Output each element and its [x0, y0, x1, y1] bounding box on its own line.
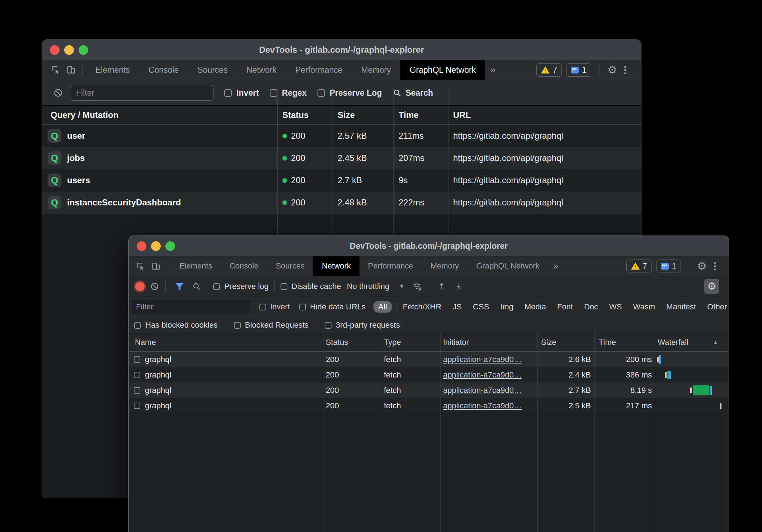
checkbox[interactable] — [299, 304, 306, 310]
search-button[interactable]: Search — [392, 88, 433, 98]
checkbox[interactable] — [281, 283, 287, 290]
title-bar[interactable]: DevTools - gitlab.com/-/graphql-explorer — [42, 40, 641, 60]
initiator-link[interactable]: application-a7ca9d0… — [443, 398, 522, 413]
row-checkbox[interactable] — [134, 356, 140, 363]
clear-icon[interactable] — [147, 279, 162, 294]
network-settings-gear-icon[interactable]: ⚙ — [704, 279, 719, 294]
blocked-requests-checkbox[interactable]: Blocked Requests — [234, 320, 309, 330]
checkbox[interactable] — [224, 89, 232, 97]
third-party-requests-checkbox[interactable]: 3rd-party requests — [325, 320, 400, 330]
kebab-menu-icon[interactable] — [621, 66, 629, 74]
more-tabs-icon[interactable]: » — [485, 65, 500, 76]
has-blocked-cookies-checkbox[interactable]: Has blocked cookies — [134, 320, 218, 330]
minimize-button[interactable] — [64, 45, 74, 55]
inspect-element-icon[interactable] — [133, 258, 148, 274]
zoom-button[interactable] — [165, 241, 175, 251]
tab-graphql-network[interactable]: GraphQL Network — [400, 60, 485, 80]
minimize-button[interactable] — [151, 241, 161, 251]
tab-network[interactable]: Network — [313, 256, 359, 276]
close-button[interactable] — [50, 45, 60, 55]
filter-funnel-icon[interactable] — [172, 279, 187, 294]
col-name[interactable]: Name — [135, 333, 156, 351]
col-query-mutation[interactable]: Query / Mutation — [51, 106, 118, 124]
zoom-button[interactable] — [79, 45, 88, 55]
search-icon[interactable] — [189, 279, 204, 294]
inspect-element-icon[interactable] — [48, 62, 64, 77]
checkbox[interactable] — [325, 322, 331, 329]
type-filter-other[interactable]: Other — [707, 302, 727, 312]
col-size[interactable]: Size — [541, 333, 556, 351]
checkbox[interactable] — [318, 89, 325, 97]
col-time[interactable]: Time — [599, 333, 616, 351]
type-filter-fetch-xhr[interactable]: Fetch/XHR — [403, 302, 442, 312]
warnings-badge[interactable]: ! 7 — [536, 63, 562, 77]
table-row[interactable]: graphql 200 fetch application-a7ca9d0… 2… — [129, 398, 729, 413]
tab-elements[interactable]: Elements — [86, 60, 139, 80]
network-conditions-icon[interactable] — [410, 279, 424, 294]
column-divider[interactable] — [277, 87, 278, 238]
checkbox[interactable] — [270, 89, 277, 97]
checkbox[interactable] — [234, 322, 241, 329]
type-filter-css[interactable]: CSS — [473, 302, 489, 312]
column-divider[interactable] — [333, 87, 333, 238]
row-checkbox[interactable] — [134, 372, 140, 378]
throttling-dropdown[interactable]: No throttling ▼ — [347, 282, 405, 291]
issues-badge[interactable]: 1 — [656, 260, 681, 272]
tab-network[interactable]: Network — [237, 60, 286, 80]
column-divider[interactable] — [324, 332, 324, 532]
column-divider[interactable] — [537, 332, 538, 532]
tab-performance[interactable]: Performance — [359, 256, 422, 276]
col-status[interactable]: Status — [282, 106, 309, 124]
clear-icon[interactable] — [51, 85, 66, 100]
type-filter-media[interactable]: Media — [525, 302, 546, 312]
tab-memory[interactable]: Memory — [352, 60, 400, 80]
filter-input[interactable] — [70, 85, 213, 101]
tab-sources[interactable]: Sources — [188, 60, 237, 80]
warnings-badge[interactable]: ! 7 — [626, 260, 652, 272]
invert-checkbox[interactable]: Invert — [224, 88, 259, 98]
title-bar[interactable]: DevTools - gitlab.com/-/graphql-explorer — [129, 236, 729, 256]
table-row[interactable]: Q user 200 2.57 kB 211ms https://gitlab.… — [42, 125, 641, 147]
type-filter-ws[interactable]: WS — [609, 302, 622, 312]
checkbox[interactable] — [134, 322, 141, 329]
type-filter-font[interactable]: Font — [557, 302, 573, 312]
tab-sources[interactable]: Sources — [267, 256, 313, 276]
col-status[interactable]: Status — [326, 333, 348, 351]
device-toolbar-icon[interactable] — [64, 62, 79, 77]
table-row[interactable]: graphql 200 fetch application-a7ca9d0… 2… — [129, 367, 729, 383]
invert-checkbox[interactable]: Invert — [259, 302, 290, 312]
type-filter-manifest[interactable]: Manifest — [666, 302, 696, 312]
import-har-icon[interactable] — [434, 279, 449, 294]
tab-console[interactable]: Console — [221, 256, 267, 276]
filter-input[interactable] — [132, 300, 250, 314]
table-row[interactable]: graphql 200 fetch application-a7ca9d0… 2… — [129, 383, 729, 398]
table-row[interactable]: Q jobs 200 2.45 kB 207ms https://gitlab.… — [42, 147, 641, 169]
more-tabs-icon[interactable]: » — [548, 261, 564, 272]
kebab-menu-icon[interactable] — [711, 262, 719, 270]
col-initiator[interactable]: Initiator — [443, 333, 469, 351]
type-filter-js[interactable]: JS — [452, 302, 462, 312]
col-type[interactable]: Type — [384, 333, 401, 351]
col-url[interactable]: URL — [453, 106, 471, 124]
preserve-log-checkbox[interactable]: Preserve log — [213, 282, 269, 291]
tab-console[interactable]: Console — [139, 60, 188, 80]
type-filter-doc[interactable]: Doc — [584, 302, 598, 312]
settings-gear-icon[interactable]: ⚙ — [697, 261, 707, 271]
disable-cache-checkbox[interactable]: Disable cache — [281, 282, 341, 291]
table-row[interactable]: graphql 200 fetch application-a7ca9d0… 2… — [129, 352, 729, 367]
row-checkbox[interactable] — [134, 387, 140, 394]
settings-gear-icon[interactable]: ⚙ — [607, 65, 617, 75]
initiator-link[interactable]: application-a7ca9d0… — [443, 383, 522, 398]
initiator-link[interactable]: application-a7ca9d0… — [443, 352, 522, 367]
regex-checkbox[interactable]: Regex — [270, 88, 307, 98]
table-row[interactable]: Q instanceSecurityDashboard 200 2.48 kB … — [42, 191, 641, 214]
checkbox[interactable] — [213, 283, 220, 290]
sort-arrow-icon[interactable]: ▲ — [713, 333, 718, 351]
close-button[interactable] — [137, 241, 146, 251]
table-row[interactable]: Q users 200 2.7 kB 9s https://gitlab.com… — [42, 169, 641, 191]
tab-performance[interactable]: Performance — [286, 60, 352, 80]
checkbox[interactable] — [259, 304, 266, 310]
column-divider[interactable] — [393, 87, 394, 238]
column-divider[interactable] — [440, 332, 441, 532]
issues-badge[interactable]: 1 — [566, 63, 591, 77]
